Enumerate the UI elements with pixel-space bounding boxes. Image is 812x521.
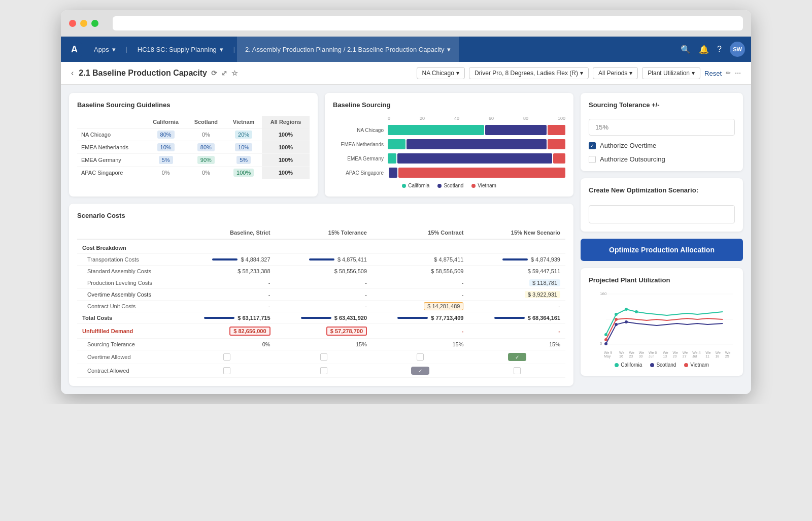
bar-row: APAC Singapore	[333, 168, 565, 178]
proj-legend-ca: California	[615, 362, 642, 368]
back-button[interactable]: ‹	[71, 69, 74, 78]
authorize-overtime-row: ✓ Authorize Overtime	[589, 142, 735, 149]
scenario-name-input[interactable]	[589, 205, 735, 223]
contract-checkbox-c[interactable]: ✓	[411, 367, 429, 375]
authorize-overtime-label: Authorize Overtime	[600, 142, 656, 149]
table-row: Contract Allowed ✓	[77, 364, 565, 378]
overtime-checkbox-n[interactable]: ✓	[508, 353, 526, 361]
x-axis-labels: We 9 May We 16 We 23 We 30 We 6 Jun We 1…	[589, 351, 735, 358]
table-row: Production Leveling Costs - - - $ 118,78…	[77, 277, 565, 289]
contract-checkbox-t[interactable]	[320, 367, 327, 374]
legend-california: California	[402, 183, 429, 188]
sourcing-card: Baseline Sourcing 0 20 40 60 80 100 NA C…	[325, 93, 573, 197]
table-row: NA Chicago 80% 0% 20% 100%	[77, 128, 310, 141]
bell-icon[interactable]: 🔔	[699, 45, 709, 54]
more-icon[interactable]: ⋯	[735, 70, 741, 77]
title-bar	[61, 10, 751, 37]
sourcing-tolerance-card: Sourcing Tolerance +/- ✓ Authorize Overt…	[581, 93, 743, 171]
costs-card: Scenario Costs Baseline, Strict 15% Tole…	[69, 204, 573, 386]
page-title: 2.1 Baseline Production Capacity ⟳ ⤢ ☆	[79, 69, 411, 78]
authorize-outsourcing-row: Authorize Outsourcing	[589, 155, 735, 163]
guidelines-card: Baseline Sourcing Guidelines California …	[69, 93, 318, 197]
table-row: EMEA Germany 5% 90% 5% 100%	[77, 154, 310, 167]
refresh-icon[interactable]: ⟳	[211, 69, 217, 77]
nav-apps[interactable]: Apps ▾	[86, 37, 124, 62]
minimize-button[interactable]	[80, 20, 87, 27]
url-bar[interactable]	[113, 16, 743, 30]
app-window: A Apps ▾ | HC18 SC: Supply Planning ▾ | …	[61, 10, 751, 394]
table-row: Sourcing Tolerance 0% 15% 15% 15%	[77, 339, 565, 350]
unfulfilled-t: $ 57,278,700	[326, 327, 367, 336]
projected-chart: 160 0	[589, 289, 735, 350]
svg-point-5	[604, 333, 607, 336]
avatar[interactable]: SW	[730, 42, 745, 57]
projected-title: Projected Plant Utilization	[589, 276, 735, 284]
create-scenario-title: Create New Optimization Scenario:	[589, 186, 735, 194]
help-icon[interactable]: ?	[717, 45, 722, 54]
overtime-checkbox-c[interactable]	[417, 353, 424, 361]
nav-logo: A	[67, 42, 82, 57]
nav-bar: A Apps ▾ | HC18 SC: Supply Planning ▾ | …	[61, 37, 751, 62]
bar-row: NA Chicago	[333, 125, 565, 135]
filter-view[interactable]: Plant Utilization ▾	[642, 67, 700, 79]
reset-button[interactable]: Reset	[704, 70, 722, 77]
main-content: Baseline Sourcing Guidelines California …	[61, 85, 751, 394]
costs-title: Scenario Costs	[77, 212, 565, 219]
svg-point-10	[615, 323, 618, 326]
filter-period[interactable]: All Periods ▾	[593, 67, 638, 79]
svg-point-12	[604, 338, 607, 341]
tolerance-title: Sourcing Tolerance +/-	[589, 101, 735, 109]
proj-legend-sc: Scotland	[650, 362, 676, 368]
nav-right: 🔍 🔔 ? SW	[681, 42, 745, 57]
chart-axis: 0 20 40 60 80 100	[388, 116, 565, 121]
projected-plant-card: Projected Plant Utilization 160 0	[581, 268, 743, 376]
svg-text:0: 0	[600, 341, 602, 346]
share-icon[interactable]: ⤢	[221, 69, 227, 77]
legend-scotland: Scotland	[437, 183, 463, 188]
prod-leveling-highlight: $ 118,781	[529, 279, 560, 286]
contract-highlight: $ 14,281,489	[424, 302, 463, 310]
unfulfilled-demand-row: Unfulfilled Demand $ 82,656,000 $ 57,278…	[77, 324, 565, 339]
svg-point-11	[625, 320, 628, 323]
authorize-outsourcing-checkbox[interactable]	[589, 156, 596, 163]
svg-point-9	[604, 342, 607, 345]
svg-point-6	[615, 313, 618, 316]
sourcing-title: Baseline Sourcing	[333, 101, 565, 109]
table-row: EMEA Netherlands 10% 80% 10% 100%	[77, 141, 310, 154]
table-row: Transportation Costs $ 4,884,327 $ 4,875…	[77, 254, 565, 266]
authorize-overtime-checkbox[interactable]: ✓	[589, 142, 596, 149]
proj-legend-vi: Vietnam	[684, 362, 709, 368]
nav-breadcrumb1[interactable]: HC18 SC: Supply Planning ▾	[129, 37, 231, 62]
total-row: Total Costs $ 63,117,715 $ 63,431,920	[77, 312, 565, 324]
horizontal-bars: NA Chicago EMEA Netherlands EMEA Germany…	[333, 125, 565, 178]
proj-legend: California Scotland Vietnam	[589, 362, 735, 368]
guidelines-title: Baseline Sourcing Guidelines	[77, 101, 310, 109]
tolerance-input[interactable]	[589, 119, 735, 136]
filter-region[interactable]: NA Chicago ▾	[417, 67, 465, 79]
right-panel: Sourcing Tolerance +/- ✓ Authorize Overt…	[581, 93, 743, 386]
maximize-button[interactable]	[91, 20, 98, 27]
bar-row: EMEA Germany	[333, 153, 565, 164]
star-icon[interactable]: ☆	[231, 69, 238, 77]
table-row: Standard Assembly Costs $ 58,233,388 $ 5…	[77, 266, 565, 277]
authorize-outsourcing-label: Authorize Outsourcing	[600, 155, 665, 163]
guidelines-table: California Scotland Vietnam All Regions …	[77, 116, 310, 179]
create-scenario-card: Create New Optimization Scenario:	[581, 178, 743, 232]
overtime-highlight: $ 3,922,931	[525, 291, 560, 298]
table-row: Contract Unit Costs - - $ 14,281,489 -	[77, 301, 565, 312]
costs-table: Baseline, Strict 15% Tolerance 15% Contr…	[77, 226, 565, 378]
contract-checkbox-b[interactable]	[223, 367, 230, 374]
close-button[interactable]	[69, 20, 76, 27]
contract-checkbox-n[interactable]	[514, 367, 521, 374]
optimize-button[interactable]: Optimize Production Allocation	[581, 239, 743, 261]
filter-product[interactable]: Driver Pro, 8 Degrees, Ladies Flex (R) ▾	[469, 67, 589, 79]
overtime-checkbox-t[interactable]	[320, 353, 327, 361]
edit-icon[interactable]: ✏	[726, 70, 731, 77]
search-icon[interactable]: 🔍	[681, 45, 691, 54]
nav-breadcrumb2[interactable]: 2. Assembly Production Planning / 2.1 Ba…	[237, 37, 459, 62]
overtime-checkbox-b[interactable]	[223, 353, 230, 361]
legend-vietnam: Vietnam	[471, 183, 496, 188]
svg-text:160: 160	[600, 291, 607, 296]
filter-group: NA Chicago ▾ Driver Pro, 8 Degrees, Ladi…	[417, 67, 741, 79]
table-row: Overtime Allowed ✓	[77, 350, 565, 364]
